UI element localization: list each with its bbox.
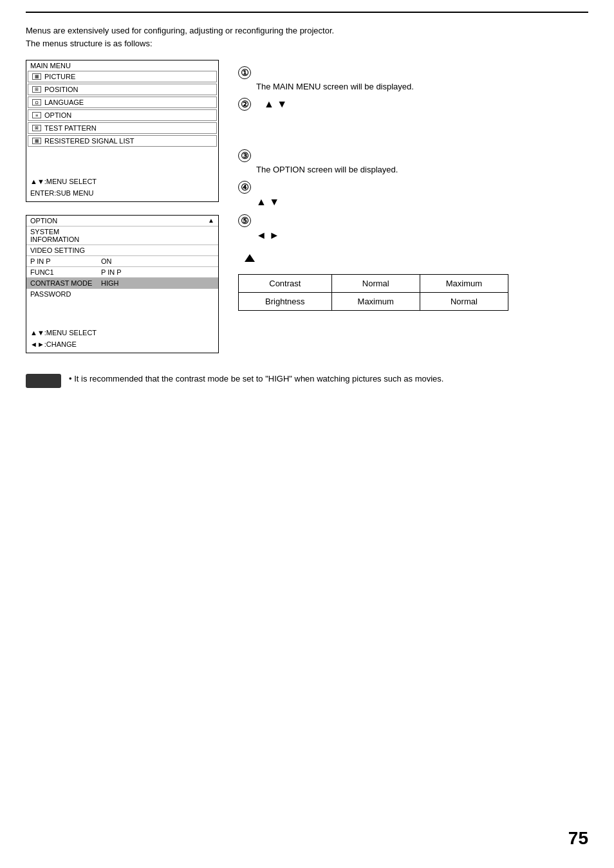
option-footer: ▲▼:MENU SELECT ◄►:CHANGE [26, 325, 218, 353]
option-icon: ≡ [32, 112, 41, 118]
contrast-row: Contrast Normal Maximum [239, 275, 508, 293]
option-menu-title: OPTION ▲ [26, 216, 218, 226]
step1-num: ① [238, 66, 251, 79]
menu-item-option-label: OPTION [44, 111, 71, 119]
option-func1-value: P IN P [101, 268, 214, 276]
contrast-table: Contrast Normal Maximum Brightness Maxim… [238, 274, 508, 311]
steps-container: ① The MAIN MENU screen will be displayed… [238, 66, 588, 311]
option-pinp-value: ON [101, 257, 214, 265]
step3-line: ③ [238, 149, 588, 162]
main-menu-spacer [26, 148, 218, 174]
contrast-col3: Maximum [420, 275, 508, 293]
option-row-func1: FUNC1 P IN P [26, 266, 218, 277]
option-row-pinp: P IN P ON [26, 255, 218, 266]
option-func1-label: FUNC1 [30, 268, 101, 276]
step3-block: ③ The OPTION screen will be displayed. [238, 149, 588, 174]
step1-line: ① [238, 66, 588, 79]
step5-arrows: ◄ ► [256, 230, 588, 241]
option-footer-line1: ▲▼:MENU SELECT [30, 328, 214, 339]
main-menu-footer-line1: ▲▼:MENU SELECT [30, 176, 214, 188]
page-content: Menus are extensively used for configuri… [0, 13, 614, 414]
menu-item-position: ⊞ POSITION [28, 84, 217, 95]
menu-item-position-label: POSITION [44, 86, 79, 93]
brightness-col2: Maximum [331, 293, 420, 311]
contrast-table-section: Contrast Normal Maximum Brightness Maxim… [238, 254, 588, 311]
main-menu-box: MAIN MENU ▦ PICTURE ⊞ POSITION Ω LANGUAG… [26, 60, 219, 202]
option-videosetting-value [101, 246, 214, 254]
step5-line: ⑤ [238, 214, 588, 227]
option-menu-box: OPTION ▲ SYSTEM INFORMATION VIDEO SETTIN… [26, 215, 219, 353]
option-pinp-label: P IN P [30, 257, 101, 265]
option-sysinfo-value [101, 228, 214, 243]
step4-num: ④ [238, 181, 251, 194]
signal-icon: ▦ [32, 138, 41, 144]
intro-text: Menus are extensively used for configuri… [26, 24, 588, 50]
step2-block: ② ▲ ▼ [238, 98, 588, 111]
step2-num: ② [238, 98, 251, 111]
brightness-row: Brightness Maximum Normal [239, 293, 508, 311]
contrast-label: Contrast [239, 275, 332, 293]
menu-item-test: ⊠ TEST PATTERN [28, 122, 217, 134]
option-videosetting-label: VIDEO SETTING [30, 246, 101, 254]
main-menu-footer: ▲▼:MENU SELECT ENTER:SUB MENU [26, 174, 218, 201]
brightness-label: Brightness [239, 293, 332, 311]
step5-num: ⑤ [238, 214, 251, 227]
step1-text: The MAIN MENU screen will be displayed. [256, 82, 588, 91]
note-section: • It is recommended that the contrast mo… [26, 373, 588, 388]
option-row-password: PASSWORD [26, 288, 218, 299]
option-password-label: PASSWORD [30, 290, 101, 298]
picture-icon: ▦ [32, 73, 41, 80]
main-menu-footer-line2: ENTER:SUB MENU [30, 188, 214, 199]
step3-text: The OPTION screen will be displayed. [256, 165, 588, 174]
option-contrast-value: HIGH [101, 279, 214, 287]
menu-item-test-label: TEST PATTERN [44, 124, 97, 132]
step4-line: ④ [238, 181, 588, 194]
option-contrast-label: CONTRAST MODE [30, 279, 101, 287]
step2-arrows: ▲ ▼ [264, 98, 287, 110]
step2-line: ② ▲ ▼ [238, 98, 588, 111]
menu-item-language-label: LANGUAGE [44, 98, 84, 106]
option-title-label: OPTION [30, 217, 57, 225]
option-sysinfo-label: SYSTEM INFORMATION [30, 228, 101, 243]
step4-block: ④ ▲ ▼ [238, 181, 588, 208]
menu-item-signal-label: RESISTERED SIGNAL LIST [44, 137, 135, 145]
table-pointer [238, 254, 588, 264]
right-column: ① The MAIN MENU screen will be displayed… [238, 60, 588, 311]
option-password-value [101, 290, 214, 298]
menu-item-picture-label: PICTURE [44, 73, 75, 80]
step3-num: ③ [238, 149, 251, 162]
contrast-col2: Normal [331, 275, 420, 293]
menu-item-picture: ▦ PICTURE [28, 71, 217, 82]
step1-block: ① The MAIN MENU screen will be displayed… [238, 66, 588, 91]
intro-line1: Menus are extensively used for configuri… [26, 24, 588, 37]
option-arrow-up: ▲ [208, 217, 214, 225]
menu-item-language: Ω LANGUAGE [28, 97, 217, 108]
option-row-contrast: CONTRAST MODE HIGH [26, 277, 218, 288]
left-column: MAIN MENU ▦ PICTURE ⊞ POSITION Ω LANGUAG… [26, 60, 219, 353]
menu-item-option: ≡ OPTION [28, 109, 217, 121]
step5-arrow-symbol: ◄ ► [256, 230, 279, 241]
brightness-col3: Normal [420, 293, 508, 311]
two-column-layout: MAIN MENU ▦ PICTURE ⊞ POSITION Ω LANGUAG… [26, 60, 588, 353]
option-footer-line2: ◄►:CHANGE [30, 339, 214, 351]
note-badge [26, 374, 61, 388]
option-spacer [26, 299, 218, 325]
language-icon: Ω [32, 99, 41, 106]
option-row-sysinfo: SYSTEM INFORMATION [26, 226, 218, 245]
page-number: 75 [568, 828, 588, 849]
step4-arrow-symbol: ▲ ▼ [256, 196, 279, 207]
note-text: • It is recommended that the contrast mo… [69, 373, 443, 385]
position-icon: ⊞ [32, 86, 41, 93]
main-menu-title: MAIN MENU [26, 60, 218, 71]
intro-line2: The menus structure is as follows: [26, 37, 588, 50]
pointer-triangle-icon [245, 254, 255, 262]
menu-item-signal: ▦ RESISTERED SIGNAL LIST [28, 135, 217, 147]
step5-block: ⑤ ◄ ► [238, 214, 588, 241]
step4-arrows: ▲ ▼ [256, 196, 588, 208]
test-icon: ⊠ [32, 125, 41, 131]
option-row-videosetting: VIDEO SETTING [26, 245, 218, 255]
